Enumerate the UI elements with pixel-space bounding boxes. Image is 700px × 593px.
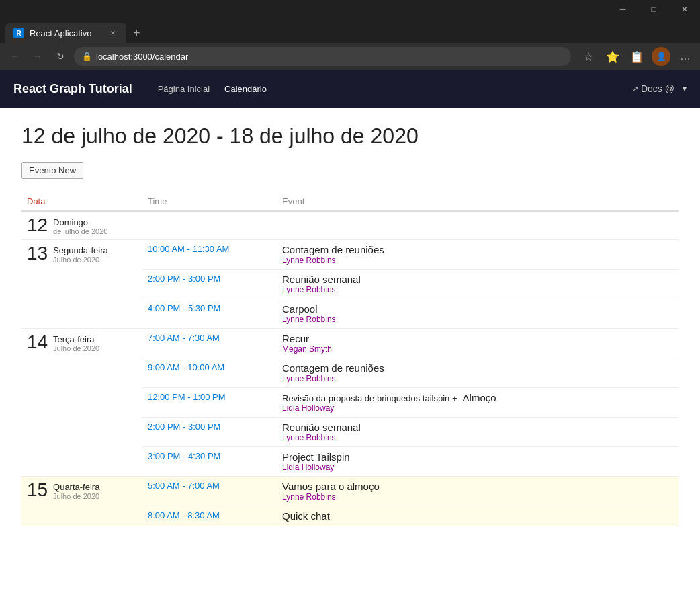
tab-close-btn[interactable]: × [107,28,118,38]
event-organizer: Lynne Robbins [282,433,673,442]
docs-link[interactable]: ↗ Docs @ [632,83,674,94]
date-month: Julho de 2020 [53,255,108,264]
time-cell: 9:00 AM - 10:00 AM [142,358,277,388]
event-title: Quick chat [282,510,673,522]
event-title: Recur [282,333,673,344]
date-info: Domingo de julho de 2020 [53,216,107,235]
event-cell: Project Tailspin Lidia Holloway [277,447,679,477]
tab-title: React Aplicativo [30,28,92,38]
date-number: 13 [27,243,48,264]
docs-label: Docs [641,83,662,94]
maximize-btn[interactable]: □ [638,0,669,19]
calendar-table: Data Time Event 12 Domingo de julho de 2… [21,192,679,526]
event-organizer: Lidia Holloway [282,403,673,413]
collections-icon[interactable]: 📋 [627,47,646,66]
date-month: Julho de 2020 [53,492,99,500]
time-cell: 3:00 PM - 4:30 PM [142,447,277,477]
table-row: 12 Domingo de julho de 2020 [21,211,679,240]
event-organizer: Lynne Robbins [282,285,673,294]
back-btn[interactable]: ← [5,47,24,66]
star-icon[interactable]: ☆ [579,47,598,66]
profile-avatar[interactable]: 👤 [652,47,670,66]
main-content: 12 de julho de 2020 - 18 de julho de 202… [0,108,700,543]
app-nav: Página Inicial Calendário [152,81,272,97]
event-title: Contagem de reuniões [282,362,673,374]
event-cell: Vamos para o almoço Lynne Robbins [277,477,679,506]
time-cell: 5:00 AM - 7:00 AM [142,477,277,506]
nav-calendar[interactable]: Calendário [219,81,272,97]
event-title: Contagem de reuniões [282,244,673,255]
date-range-title: 12 de julho de 2020 - 18 de julho de 202… [21,124,679,149]
header-right: ↗ Docs @ ▾ [632,83,687,94]
app-title: React Graph Tutorial [13,82,132,96]
date-cell: 14 Terça-feira Julho de 2020 [21,329,142,477]
event-cell: Contagem de reuniões Lynne Robbins [277,358,679,388]
event-inline: Revisão da proposta de brinquedos tailsp… [282,392,673,403]
address-bar[interactable]: 🔒 localhost:3000/calendar [74,47,571,66]
event-title: Carpool [282,303,673,315]
dropdown-arrow[interactable]: ▾ [683,84,687,93]
event-title: Reunião semanal [282,274,673,285]
date-info: Segunda-feira Julho de 2020 [53,244,108,264]
event-organizer: Lynne Robbins [282,492,673,502]
date-month: Julho de 2020 [53,344,99,352]
time-cell: 8:00 AM - 8:30 AM [142,506,277,526]
col-header-event: Event [277,192,679,211]
event-cell: Quick chat [277,506,679,526]
event-organizer: Lynne Robbins [282,374,673,383]
new-event-button[interactable]: Evento New [21,162,83,179]
tab-favicon: R [13,28,24,38]
table-row: 15 Quarta-feira Julho de 2020 5:00 AM - … [21,477,679,506]
event-organizer: Lynne Robbins [282,315,673,324]
time-cell: 7:00 AM - 7:30 AM [142,329,277,358]
event-organizer: Megan Smyth [282,344,673,354]
event-title: Project Tailspin [282,451,673,463]
external-link-icon: ↗ [632,85,638,93]
date-day: Terça-feira [53,334,99,344]
table-header-row: Data Time Event [21,192,679,211]
forward-btn[interactable]: → [28,47,47,66]
date-info: Terça-feira Julho de 2020 [53,333,99,352]
time-cell: 10:00 AM - 11:30 AM [142,240,277,270]
event-cell: Contagem de reuniões Lynne Robbins [277,240,679,270]
favorites-icon[interactable]: ⭐ [603,47,622,66]
event-cell: Reunião semanal Lynne Robbins [277,418,679,447]
date-cell: 12 Domingo de julho de 2020 [21,211,142,240]
date-day: Segunda-feira [53,245,108,255]
date-day: Quarta-feira [53,482,99,492]
event-cell: Revisão da proposta de brinquedos tailsp… [277,388,679,418]
app-header: React Graph Tutorial Página Inicial Cale… [0,70,700,108]
event-cell: Reunião semanal Lynne Robbins [277,270,679,299]
date-number: 14 [27,331,48,352]
table-row: 14 Terça-feira Julho de 2020 7:00 AM - 7… [21,329,679,358]
date-cell: 13 Segunda-feira Julho de 2020 [21,240,142,329]
event-title-extra: Almoço [463,392,496,403]
col-header-time: Time [142,192,277,211]
time-cell: 2:00 PM - 3:00 PM [142,270,277,299]
minimize-btn[interactable]: ─ [607,0,638,19]
nav-home[interactable]: Página Inicial [152,81,215,97]
date-month: de julho de 2020 [53,227,107,235]
time-cell: 12:00 PM - 1:00 PM [142,388,277,418]
date-info: Quarta-feira Julho de 2020 [53,481,99,500]
at-label: @ [665,83,674,94]
date-number: 12 [27,214,48,235]
date-day: Domingo [53,217,107,227]
event-organizer: Lynne Robbins [282,255,673,265]
close-btn[interactable]: ✕ [669,0,700,19]
address-text: localhost:3000/calendar [96,52,188,62]
browser-profile-icon[interactable]: 👤 [652,47,670,66]
event-organizer: Lidia Holloway [282,463,673,472]
col-header-data: Data [21,192,142,211]
event-cell: Recur Megan Smyth [277,329,679,358]
date-number: 15 [27,479,48,500]
new-tab-btn[interactable]: + [129,26,144,40]
event-title: Vamos para o almoço [282,481,673,492]
event-cell: Carpool Lynne Robbins [277,299,679,329]
time-cell [142,211,277,240]
more-options-icon[interactable]: … [676,47,695,66]
date-cell: 15 Quarta-feira Julho de 2020 [21,477,142,526]
event-cell [277,211,679,240]
reload-btn[interactable]: ↻ [51,47,70,66]
browser-tab[interactable]: R React Aplicativo × [5,23,126,43]
